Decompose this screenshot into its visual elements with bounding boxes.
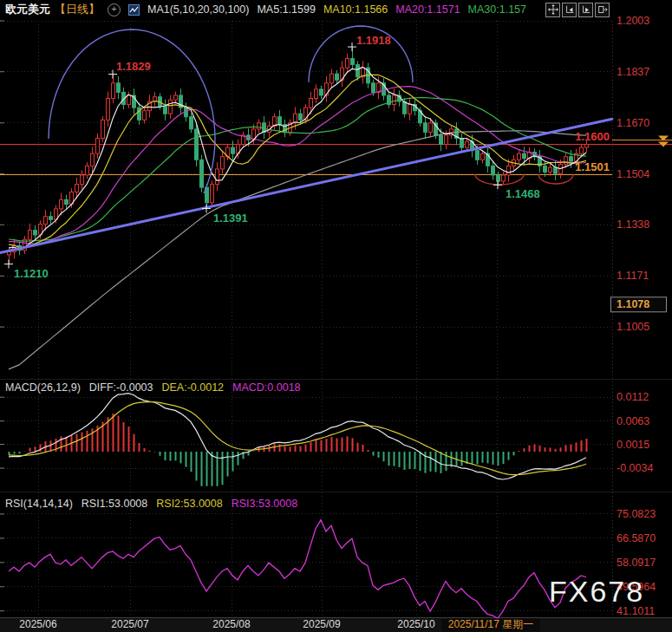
rsi-pane-header: RSI(14,14,14) RSI1:53.0008 RSI2:53.0008 … <box>5 498 297 510</box>
svg-text:1.1670: 1.1670 <box>617 117 649 129</box>
symbol-title: 欧元美元 <box>5 2 50 17</box>
chart-canvas[interactable]: 1.20031.18371.16701.15041.13381.11711.10… <box>0 0 672 632</box>
macd-title[interactable]: MACD(26,12,9) <box>5 381 81 394</box>
svg-text:1.1918: 1.1918 <box>356 34 391 47</box>
svg-text:1.1600: 1.1600 <box>575 130 610 143</box>
chart-window: 1.20031.18371.16701.15041.13381.11711.10… <box>0 0 672 632</box>
svg-text:-0.0034: -0.0034 <box>617 462 653 474</box>
svg-text:1.1005: 1.1005 <box>617 321 649 333</box>
chart-type-icon[interactable] <box>128 4 140 16</box>
axis-scale-left-icon[interactable] <box>562 3 577 17</box>
pan-icon[interactable] <box>545 3 560 17</box>
macd-dea-value: DEA:-0.0012 <box>161 381 224 394</box>
svg-text:1.1468: 1.1468 <box>506 187 540 200</box>
svg-text:1.1078: 1.1078 <box>617 298 649 310</box>
svg-text:66.5870: 66.5870 <box>617 532 656 544</box>
svg-text:1.1501: 1.1501 <box>575 160 610 173</box>
chart-toolbar <box>545 3 610 17</box>
macd-pane-header: MACD(26,12,9) DIFF:-0.0003 DEA:-0.0012 M… <box>5 381 301 394</box>
macd-macd-value: MACD:0.0018 <box>232 381 301 394</box>
svg-text:1.1210: 1.1210 <box>14 267 49 280</box>
svg-text:2025/11/17 星期一: 2025/11/17 星期一 <box>448 618 534 630</box>
rsi2-value: RSI2:53.0008 <box>156 498 222 510</box>
svg-text:1.1837: 1.1837 <box>617 66 649 78</box>
svg-text:75.0823: 75.0823 <box>617 508 656 520</box>
period-badge[interactable]: 【日线】 <box>55 2 100 17</box>
svg-text:1.1338: 1.1338 <box>617 218 649 231</box>
svg-text:0.0015: 0.0015 <box>617 439 649 451</box>
svg-text:1.1829: 1.1829 <box>116 60 151 73</box>
svg-text:1.1171: 1.1171 <box>617 270 649 282</box>
ma5-value: MA5:1.1599 <box>257 3 315 16</box>
ma10-value: MA10:1.1566 <box>323 3 388 16</box>
axis-scale-right-icon[interactable] <box>578 3 593 17</box>
svg-text:2025/07: 2025/07 <box>111 618 149 630</box>
ma20-value: MA20:1.1571 <box>395 3 460 16</box>
svg-text:58.0917: 58.0917 <box>617 557 656 569</box>
rsi1-value: RSI1:53.0008 <box>82 498 147 510</box>
svg-text:0.0063: 0.0063 <box>617 415 649 427</box>
fx678-watermark: FX678 <box>549 575 644 609</box>
detach-window-icon[interactable] <box>595 3 610 17</box>
svg-text:0.0112: 0.0112 <box>617 391 649 403</box>
svg-text:2025/10: 2025/10 <box>397 618 435 630</box>
macd-diff-value: DIFF:-0.0003 <box>89 381 153 394</box>
rsi3-value: RSI3:53.0008 <box>232 498 297 510</box>
svg-text:2025/08: 2025/08 <box>212 618 251 630</box>
svg-text:2025/06: 2025/06 <box>19 618 57 630</box>
chart-header: 欧元美元 【日线】 + MA1(5,10,20,30,100) MA5:1.15… <box>0 0 672 19</box>
svg-text:1.1391: 1.1391 <box>213 212 248 225</box>
add-indicator-icon[interactable]: + <box>108 3 121 16</box>
ma30-value: MA30:1.157 <box>468 3 526 16</box>
svg-text:1.1504: 1.1504 <box>617 168 649 180</box>
rsi-title[interactable]: RSI(14,14,14) <box>5 498 73 510</box>
svg-text:2025/09: 2025/09 <box>303 618 341 630</box>
ma-settings-label[interactable]: MA1(5,10,20,30,100) <box>147 3 249 16</box>
